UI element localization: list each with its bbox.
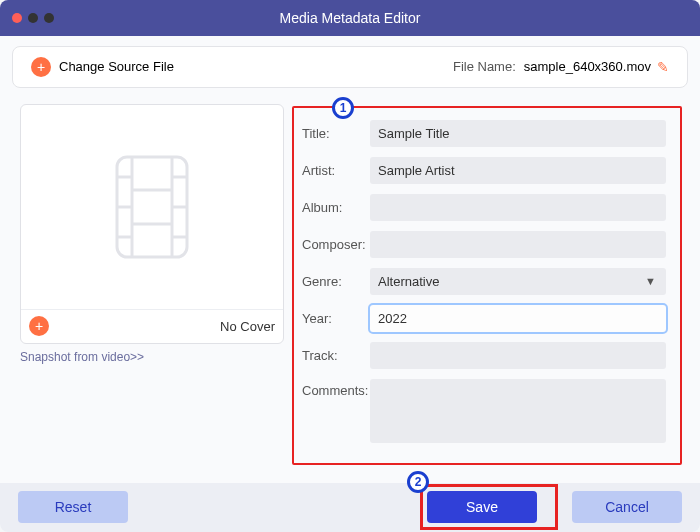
year-label: Year: [302, 311, 370, 326]
window-title: Media Metadata Editor [280, 10, 421, 26]
cancel-button[interactable]: Cancel [572, 491, 682, 523]
genre-label: Genre: [302, 274, 370, 289]
titlebar: Media Metadata Editor [0, 0, 700, 36]
track-input[interactable] [370, 342, 666, 369]
traffic-lights [12, 13, 54, 23]
cover-placeholder-icon [21, 105, 283, 309]
album-input[interactable] [370, 194, 666, 221]
track-label: Track: [302, 348, 370, 363]
reset-button[interactable]: Reset [18, 491, 128, 523]
comments-label: Comments: [302, 379, 370, 398]
album-label: Album: [302, 200, 370, 215]
save-highlight: 2 Save [420, 484, 558, 530]
filename-label: File Name: [453, 59, 516, 74]
metadata-form: 1 Title: Artist: Album: Composer: [292, 106, 682, 465]
callout-badge-1: 1 [332, 97, 354, 119]
year-input[interactable] [370, 305, 666, 332]
footer: Reset 2 Save Cancel [0, 483, 700, 532]
content: + No Cover Snapshot from video>> 1 Title… [0, 96, 700, 483]
title-label: Title: [302, 126, 370, 141]
maximize-window-icon[interactable] [44, 13, 54, 23]
artist-label: Artist: [302, 163, 370, 178]
artist-input[interactable] [370, 157, 666, 184]
window: Media Metadata Editor + Change Source Fi… [0, 0, 700, 532]
comments-textarea[interactable] [370, 379, 666, 443]
genre-select[interactable]: Alternative [370, 268, 666, 295]
toolbar: + Change Source File File Name: sample_6… [12, 46, 688, 88]
change-source-plus-icon[interactable]: + [31, 57, 51, 77]
callout-badge-2: 2 [407, 471, 429, 493]
change-source-label[interactable]: Change Source File [59, 59, 174, 74]
edit-filename-icon[interactable]: ✎ [657, 59, 669, 75]
filename-value: sample_640x360.mov [524, 59, 651, 74]
minimize-window-icon[interactable] [28, 13, 38, 23]
metadata-panel: 1 Title: Artist: Album: Composer: [292, 96, 688, 475]
no-cover-label: No Cover [49, 319, 275, 334]
cover-bottom-bar: + No Cover [21, 309, 283, 343]
composer-input[interactable] [370, 231, 666, 258]
title-input[interactable] [370, 120, 666, 147]
cover-box: + No Cover [20, 104, 284, 344]
snapshot-from-video-link[interactable]: Snapshot from video>> [20, 350, 284, 364]
composer-label: Composer: [302, 237, 370, 252]
add-cover-button[interactable]: + [29, 316, 49, 336]
cover-panel: + No Cover Snapshot from video>> [12, 96, 292, 475]
close-window-icon[interactable] [12, 13, 22, 23]
save-button[interactable]: Save [427, 491, 537, 523]
